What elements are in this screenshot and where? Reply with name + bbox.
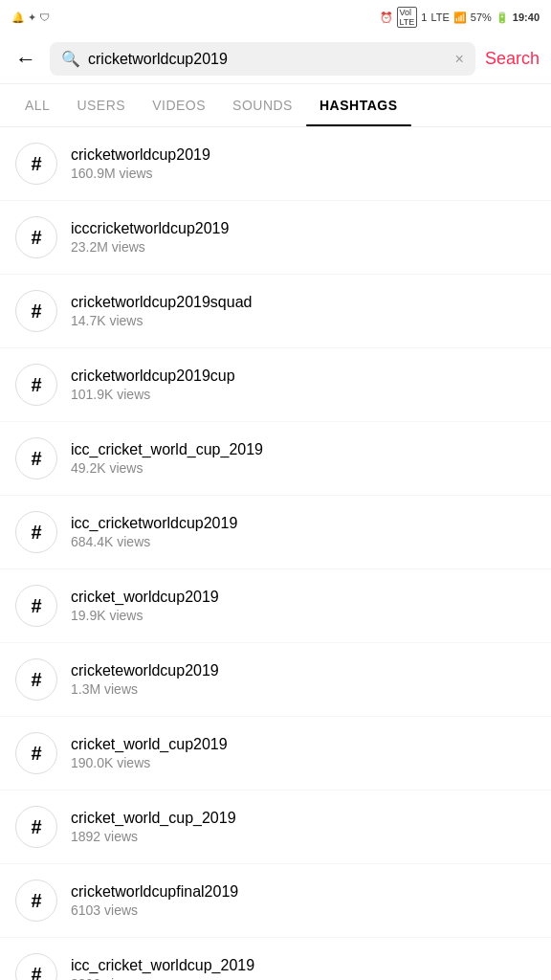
search-bar-row: ← 🔍 × Search xyxy=(0,34,551,84)
status-right: ⏰ VolLTE 1 LTE 📶 57% 🔋 19:40 xyxy=(380,7,540,28)
hashtag-info: icccricketworldcup2019 23.2M views xyxy=(71,220,536,255)
hashtag-name: cricketworldcup2019squad xyxy=(71,294,536,311)
hashtag-views: 101.9K views xyxy=(71,387,536,402)
hashtag-info: cricket_world_cup2019 190.0K views xyxy=(71,736,536,770)
hashtag-views: 6103 views xyxy=(71,902,536,918)
status-bar: 🔔 ✦ 🛡 ⏰ VolLTE 1 LTE 📶 57% 🔋 19:40 xyxy=(0,0,551,34)
search-button[interactable]: Search xyxy=(485,49,540,69)
search-input[interactable] xyxy=(88,51,448,68)
hashtag-views: 14.7K views xyxy=(71,313,536,328)
search-icon: 🔍 xyxy=(61,50,80,68)
lte-label: LTE xyxy=(430,11,449,23)
hashtag-name: cricketworldcupfinal2019 xyxy=(71,883,536,901)
hashtag-info: icc_cricket_worldcup_2019 3396 views xyxy=(71,957,536,980)
tabs-row: ALL USERS VIDEOS SOUNDS HASHTAGS xyxy=(0,84,551,127)
status-left: 🔔 ✦ 🛡 xyxy=(11,11,50,24)
hashtag-list: # cricketworldcup2019 160.9M views # icc… xyxy=(0,127,551,980)
hashtag-views: 3396 views xyxy=(71,976,536,980)
hashtag-info: cricket_world_cup_2019 1892 views xyxy=(71,810,536,844)
hash-icon: # xyxy=(15,585,57,627)
hash-icon: # xyxy=(15,511,57,553)
hashtag-views: 49.2K views xyxy=(71,460,536,476)
tab-sounds[interactable]: SOUNDS xyxy=(219,84,306,126)
hashtag-name: cricketworldcup2019cup xyxy=(71,368,536,385)
hashtag-item[interactable]: # cricket_world_cup_2019 1892 views xyxy=(0,791,551,864)
hashtag-name: icc_cricket_worldcup_2019 xyxy=(71,957,536,974)
tab-all[interactable]: ALL xyxy=(11,84,63,126)
hashtag-item[interactable]: # cricketworldcup2019 160.9M views xyxy=(0,127,551,201)
hashtag-info: cricketworldcup2019cup 101.9K views xyxy=(71,368,536,402)
hash-icon: # xyxy=(15,658,57,701)
alarm-icon: ⏰ xyxy=(380,11,393,24)
back-button[interactable]: ← xyxy=(11,43,40,76)
hashtag-name: cricketeworldcup2019 xyxy=(71,662,536,679)
sim-icon: 1 xyxy=(421,11,427,23)
signal-bars: 📶 xyxy=(453,11,467,24)
hashtag-info: icc_cricketworldcup2019 684.4K views xyxy=(71,515,536,549)
hashtag-item[interactable]: # cricketeworldcup2019 1.3M views xyxy=(0,643,551,717)
hashtag-views: 684.4K views xyxy=(71,534,536,549)
hashtag-info: icc_cricket_world_cup_2019 49.2K views xyxy=(71,441,536,476)
hashtag-info: cricketeworldcup2019 1.3M views xyxy=(71,662,536,697)
hashtag-views: 19.9K views xyxy=(71,608,536,623)
hashtag-item[interactable]: # cricket_world_cup2019 190.0K views xyxy=(0,717,551,791)
time-display: 19:40 xyxy=(513,11,540,23)
battery-percent: 57% xyxy=(471,11,492,23)
vol-indicator: VolLTE xyxy=(397,7,418,28)
hashtag-name: cricketworldcup2019 xyxy=(71,146,536,164)
hashtag-info: cricketworldcup2019squad 14.7K views xyxy=(71,294,536,328)
battery-icon: 🔋 xyxy=(496,11,509,24)
hashtag-item[interactable]: # cricket_worldcup2019 19.9K views xyxy=(0,569,551,643)
notification-icons: 🔔 ✦ 🛡 xyxy=(11,11,50,24)
tab-hashtags[interactable]: HASHTAGS xyxy=(306,84,411,126)
hashtag-info: cricketworldcup2019 160.9M views xyxy=(71,146,536,181)
tab-users[interactable]: USERS xyxy=(63,84,139,126)
hashtag-name: cricket_world_cup2019 xyxy=(71,736,536,753)
hashtag-name: icccricketworldcup2019 xyxy=(71,220,536,237)
tab-videos[interactable]: VIDEOS xyxy=(139,84,219,126)
clear-button[interactable]: × xyxy=(455,51,464,68)
hash-icon: # xyxy=(15,290,57,332)
hash-icon: # xyxy=(15,437,57,479)
hash-icon: # xyxy=(15,143,57,185)
hash-icon: # xyxy=(15,364,57,406)
hashtag-item[interactable]: # icc_cricketworldcup2019 684.4K views xyxy=(0,496,551,569)
hash-icon: # xyxy=(15,216,57,258)
hashtag-item[interactable]: # icc_cricket_world_cup_2019 49.2K views xyxy=(0,422,551,496)
hashtag-item[interactable]: # cricketworldcupfinal2019 6103 views xyxy=(0,864,551,938)
hashtag-name: icc_cricketworldcup2019 xyxy=(71,515,536,532)
search-input-wrap: 🔍 × xyxy=(50,42,475,76)
hashtag-views: 1.3M views xyxy=(71,681,536,697)
hashtag-views: 1892 views xyxy=(71,829,536,844)
hash-icon: # xyxy=(15,880,57,922)
hashtag-info: cricket_worldcup2019 19.9K views xyxy=(71,589,536,623)
hash-icon: # xyxy=(15,732,57,774)
hashtag-item[interactable]: # icc_cricket_worldcup_2019 3396 views xyxy=(0,938,551,980)
hashtag-views: 160.9M views xyxy=(71,166,536,181)
hashtag-item[interactable]: # cricketworldcup2019cup 101.9K views xyxy=(0,348,551,422)
hashtag-item[interactable]: # icccricketworldcup2019 23.2M views xyxy=(0,201,551,275)
hashtag-info: cricketworldcupfinal2019 6103 views xyxy=(71,883,536,918)
hashtag-name: cricket_worldcup2019 xyxy=(71,589,536,606)
hash-icon: # xyxy=(15,806,57,848)
hashtag-name: icc_cricket_world_cup_2019 xyxy=(71,441,536,458)
hashtag-name: cricket_world_cup_2019 xyxy=(71,810,536,827)
hash-icon: # xyxy=(15,953,57,980)
hashtag-views: 23.2M views xyxy=(71,239,536,255)
hashtag-views: 190.0K views xyxy=(71,755,536,770)
hashtag-item[interactable]: # cricketworldcup2019squad 14.7K views xyxy=(0,275,551,348)
